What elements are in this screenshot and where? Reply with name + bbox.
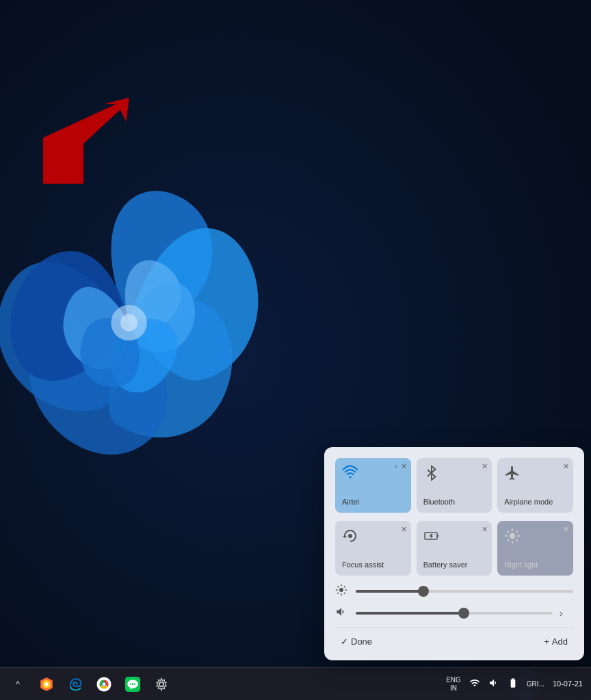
night-light-icon xyxy=(504,528,566,548)
bluetooth-tile[interactable]: ✕ Bluetooth xyxy=(417,458,492,513)
svg-rect-19 xyxy=(134,683,135,685)
wifi-expand-icon[interactable]: › xyxy=(395,462,397,470)
volume-tray-icon[interactable] xyxy=(486,676,502,692)
battery-tray-icon[interactable] xyxy=(505,676,521,692)
chrome-icon[interactable] xyxy=(92,672,116,697)
svg-point-15 xyxy=(103,682,105,685)
language-indicator[interactable]: ENG IN xyxy=(443,675,464,694)
volume-row: › xyxy=(335,606,573,621)
focus-pin-icon[interactable]: ✕ xyxy=(401,525,407,534)
volume-icon xyxy=(335,606,349,621)
focus-icon xyxy=(342,528,404,548)
network-icon[interactable]: GRI... xyxy=(524,679,547,689)
svg-point-7 xyxy=(510,533,515,539)
focus-assist-tile[interactable]: ✕ Focus assist xyxy=(335,521,411,576)
svg-point-2 xyxy=(120,314,137,332)
svg-rect-18 xyxy=(132,683,133,685)
airplane-tile[interactable]: ✕ Airplane mode xyxy=(497,458,573,513)
night-light-pin-icon[interactable]: ✕ xyxy=(563,525,569,534)
language-region: IN xyxy=(450,684,457,692)
airplane-label: Airplane mode xyxy=(504,498,566,506)
battery-saver-tile[interactable]: ✕ Battery saver xyxy=(417,521,492,576)
done-label: Done xyxy=(351,636,372,647)
svg-rect-6 xyxy=(437,535,438,537)
wifi-label: Airtel xyxy=(342,498,404,506)
desktop: ✕ › Airtel ✕ xyxy=(0,0,591,700)
volume-slider[interactable] xyxy=(356,612,553,615)
quick-settings-row1: ✕ › Airtel ✕ xyxy=(335,458,573,513)
plus-icon: + xyxy=(544,636,549,647)
quick-settings-panel: ✕ › Airtel ✕ xyxy=(324,447,584,660)
done-button[interactable]: ✓ Done xyxy=(335,634,378,649)
battery-pin-icon[interactable]: ✕ xyxy=(482,525,488,534)
edge-icon[interactable] xyxy=(63,672,88,697)
bluetooth-label: Bluetooth xyxy=(423,498,486,506)
settings-icon[interactable] xyxy=(149,672,174,697)
night-light-label: Night light xyxy=(504,561,566,569)
night-light-tile[interactable]: ✕ Night light xyxy=(497,521,573,576)
line-icon[interactable] xyxy=(120,672,145,697)
battery-saver-icon xyxy=(423,528,486,548)
svg-point-8 xyxy=(339,588,343,592)
brightness-slider[interactable] xyxy=(356,590,573,593)
focus-label: Focus assist xyxy=(342,561,404,569)
airplane-pin-icon[interactable]: ✕ xyxy=(563,462,569,471)
svg-rect-17 xyxy=(130,683,131,685)
quick-settings-bottom: ✓ Done + Add xyxy=(335,628,573,649)
svg-point-20 xyxy=(159,682,163,686)
wifi-tray-icon[interactable] xyxy=(467,676,483,692)
battery-saver-label: Battery saver xyxy=(423,561,486,569)
svg-point-3 xyxy=(350,476,352,479)
system-clock[interactable]: 10-07-21 xyxy=(550,679,586,688)
airplane-icon xyxy=(504,465,566,485)
language-code: ENG xyxy=(446,676,461,684)
system-tray: ENG IN GRI... 10-07-21 xyxy=(443,675,586,694)
brave-icon[interactable] xyxy=(34,672,59,697)
wifi-pin-icon[interactable]: ✕ xyxy=(401,462,407,471)
brightness-row xyxy=(335,584,573,599)
taskbar: ^ xyxy=(0,667,591,700)
check-icon: ✓ xyxy=(341,636,348,647)
wifi-tile[interactable]: ✕ › Airtel xyxy=(335,458,411,513)
svg-point-4 xyxy=(348,534,352,538)
quick-settings-row2: ✕ Focus assist ✕ xyxy=(335,521,573,576)
add-button[interactable]: + Add xyxy=(538,634,573,649)
show-hidden-button[interactable]: ^ xyxy=(5,672,30,697)
bluetooth-icon xyxy=(423,465,486,485)
volume-expand-icon[interactable]: › xyxy=(560,608,573,619)
taskbar-apps: ^ xyxy=(5,672,174,697)
brightness-icon xyxy=(335,584,349,599)
add-label: Add xyxy=(552,636,568,647)
bluetooth-pin-icon[interactable]: ✕ xyxy=(482,462,488,471)
time-display: 10-07-21 xyxy=(553,679,583,688)
